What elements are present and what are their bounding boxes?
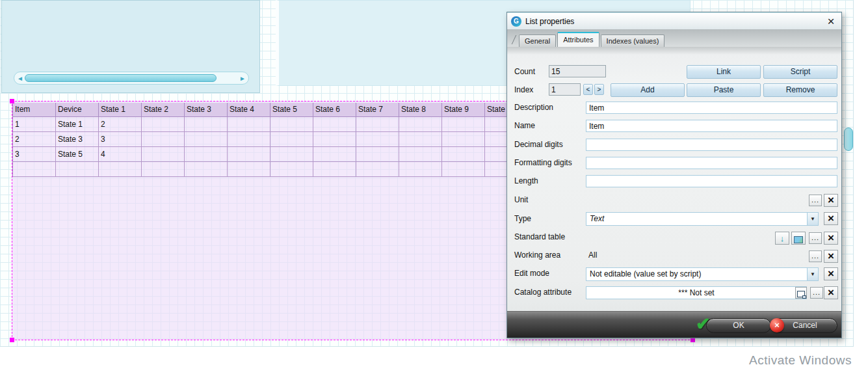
link-button[interactable]: Link bbox=[687, 65, 761, 79]
catalog-attribute-clear-icon[interactable]: × bbox=[824, 286, 838, 299]
chevron-down-icon[interactable]: ▼ bbox=[807, 268, 818, 280]
table-cell bbox=[356, 132, 399, 146]
table-cell: State 5 bbox=[56, 147, 99, 161]
table-cell bbox=[270, 132, 313, 146]
dialog-titlebar: G List properties × bbox=[507, 12, 841, 29]
add-button[interactable]: Add bbox=[611, 83, 685, 97]
selection-handle[interactable] bbox=[10, 99, 14, 103]
column-header: State 2 bbox=[142, 103, 185, 116]
length-input[interactable] bbox=[586, 175, 837, 187]
table-cell bbox=[442, 132, 485, 146]
standard-table-image-icon[interactable] bbox=[791, 232, 806, 245]
script-button[interactable]: Script bbox=[763, 65, 837, 79]
catalog-picker-icon[interactable] bbox=[795, 287, 807, 299]
name-input[interactable] bbox=[586, 120, 837, 132]
remove-button[interactable]: Remove bbox=[763, 83, 837, 97]
selection-handle[interactable] bbox=[690, 338, 695, 342]
index-input[interactable] bbox=[549, 83, 581, 96]
table-cell bbox=[399, 147, 442, 161]
table-cell bbox=[142, 162, 185, 176]
table-cell bbox=[442, 162, 485, 176]
table-cell bbox=[228, 147, 270, 161]
table-cell: 2 bbox=[99, 117, 142, 131]
editor-stage: ◄ ► Item Device State 1 State 2 State 3 … bbox=[0, 0, 868, 365]
decimal-digits-input[interactable] bbox=[586, 139, 837, 151]
description-input[interactable] bbox=[586, 101, 837, 114]
column-header: Device bbox=[56, 103, 99, 116]
column-header: State 8 bbox=[399, 103, 442, 116]
import-arrow-icon: ↓ bbox=[780, 234, 785, 243]
working-area-label: Working area bbox=[514, 250, 560, 260]
formatting-digits-input[interactable] bbox=[586, 157, 837, 169]
column-header: State 1 bbox=[99, 103, 142, 116]
catalog-attribute-browse-button[interactable]: ... bbox=[810, 287, 823, 299]
catalog-attribute-label: Catalog attribute bbox=[514, 288, 572, 297]
type-dropdown[interactable]: Text ▼ bbox=[586, 212, 819, 226]
table-cell bbox=[56, 162, 99, 176]
type-label: Type bbox=[514, 214, 531, 223]
table-cell bbox=[142, 132, 185, 146]
tab-indexes[interactable]: Indexes (values) bbox=[601, 34, 665, 47]
column-header: State 9 bbox=[442, 103, 485, 116]
scroll-left-icon[interactable]: ◄ bbox=[17, 74, 23, 84]
image-icon bbox=[794, 236, 803, 243]
unit-browse-button[interactable]: ... bbox=[809, 195, 822, 206]
cancel-cross-icon[interactable]: × bbox=[770, 318, 784, 332]
dialog-title: List properties bbox=[525, 13, 574, 30]
working-area-clear-icon[interactable]: × bbox=[824, 250, 838, 263]
table-cell bbox=[399, 162, 442, 176]
tab-attributes[interactable]: Attributes bbox=[557, 32, 599, 47]
count-input[interactable] bbox=[549, 65, 606, 77]
table-cell bbox=[270, 162, 313, 176]
close-icon[interactable]: × bbox=[824, 15, 837, 28]
selection-handle[interactable] bbox=[10, 338, 14, 342]
horizontal-scrollbar-thumb[interactable] bbox=[25, 74, 217, 82]
table-cell bbox=[356, 162, 399, 176]
table-cell bbox=[442, 117, 485, 131]
edit-mode-clear-icon[interactable]: × bbox=[824, 267, 838, 280]
table-cell: 1 bbox=[13, 117, 56, 131]
unit-clear-icon[interactable]: × bbox=[824, 194, 838, 207]
template-panel-left[interactable]: ◄ ► bbox=[1, 0, 260, 93]
table-cell bbox=[142, 147, 185, 161]
table-cell: 4 bbox=[99, 147, 142, 161]
index-next-button[interactable]: > bbox=[594, 84, 604, 95]
tab-divider bbox=[512, 35, 517, 44]
name-label: Name bbox=[514, 121, 535, 130]
standard-table-clear-icon[interactable]: × bbox=[824, 232, 838, 245]
table-cell bbox=[399, 132, 442, 146]
decimal-digits-label: Decimal digits bbox=[514, 140, 563, 149]
table-cell: 2 bbox=[13, 132, 56, 146]
edit-mode-label: Edit mode bbox=[514, 269, 549, 278]
table-cell bbox=[270, 117, 313, 131]
working-area-browse-button[interactable]: ... bbox=[809, 250, 822, 262]
standard-table-browse-button[interactable]: ... bbox=[809, 232, 822, 244]
table-cell bbox=[185, 117, 228, 131]
table-row: 1 State 1 2 bbox=[13, 117, 529, 132]
edit-mode-dropdown[interactable]: Not editable (value set by script) ▼ bbox=[586, 267, 819, 281]
ok-check-icon[interactable]: ✔ bbox=[696, 314, 711, 334]
table-cell bbox=[270, 147, 313, 161]
catalog-attribute-field[interactable]: *** Not set bbox=[586, 286, 807, 299]
list-properties-dialog: G List properties × General Attributes I… bbox=[506, 12, 842, 338]
table-cell: 3 bbox=[99, 132, 142, 146]
paste-button[interactable]: Paste bbox=[687, 83, 761, 97]
ok-button[interactable]: OK bbox=[706, 318, 771, 333]
type-clear-icon[interactable]: × bbox=[824, 212, 838, 225]
table-cell: State 1 bbox=[56, 117, 99, 131]
table-cell bbox=[228, 132, 270, 146]
tab-general[interactable]: General bbox=[519, 34, 556, 47]
scroll-right-icon[interactable]: ► bbox=[239, 74, 246, 84]
column-header: State 6 bbox=[313, 103, 356, 116]
column-header: State 3 bbox=[185, 103, 228, 116]
table-cell bbox=[142, 117, 185, 131]
type-value: Text bbox=[590, 214, 604, 223]
index-prev-button[interactable]: < bbox=[583, 84, 593, 95]
column-header: State 7 bbox=[356, 103, 399, 116]
chevron-down-icon[interactable]: ▼ bbox=[807, 213, 818, 225]
table-row bbox=[13, 162, 529, 177]
table-cell bbox=[99, 162, 142, 176]
horizontal-scrollbar[interactable]: ◄ ► bbox=[14, 72, 249, 85]
standard-table-import-icon[interactable]: ↓ bbox=[775, 232, 789, 245]
vertical-scrollbar-thumb[interactable] bbox=[844, 128, 853, 151]
